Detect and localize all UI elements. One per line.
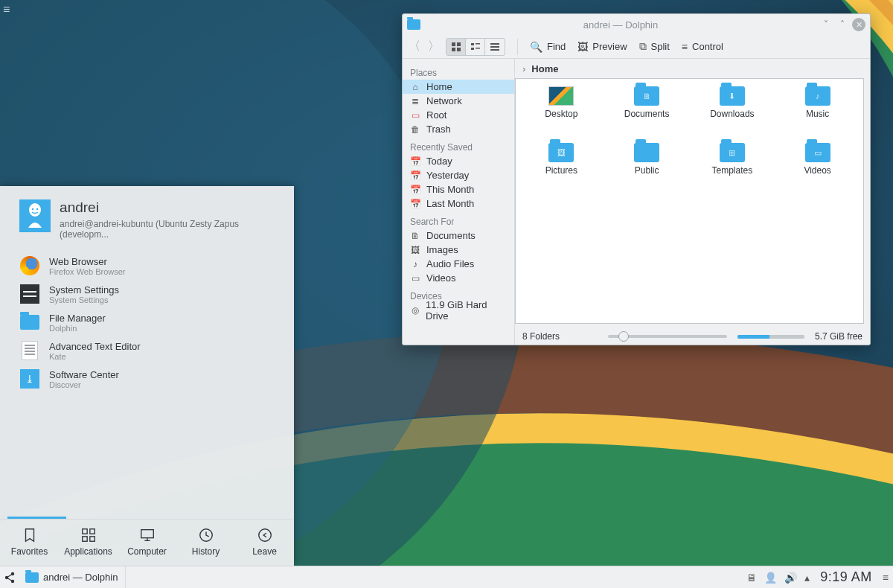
split-button[interactable]: ⧉Split bbox=[633, 38, 676, 56]
taskbar-entry-label: andrei — Dolphin bbox=[43, 572, 118, 583]
search-documents[interactable]: 🗎Documents bbox=[403, 229, 514, 243]
search-icon: ▭ bbox=[410, 273, 420, 284]
svg-rect-7 bbox=[89, 529, 94, 534]
window-titlebar[interactable]: andrei — Dolphin ˅ ˄ ✕ bbox=[403, 14, 870, 35]
recent-icon: 📅 bbox=[410, 185, 420, 195]
preview-button[interactable]: 🖼Preview bbox=[572, 38, 633, 56]
device-11.9-gib-hard-drive[interactable]: ◎11.9 GiB Hard Drive bbox=[403, 303, 514, 317]
folder-icon: ⬇ bbox=[720, 86, 745, 106]
search-label: Videos bbox=[426, 272, 456, 284]
favorite-firefox[interactable]: Web BrowserFirefox Web Browser bbox=[9, 252, 285, 280]
chevron-right-icon: › bbox=[522, 63, 525, 74]
kickoff-launcher-button[interactable] bbox=[0, 566, 21, 589]
recent-yesterday[interactable]: 📅Yesterday bbox=[403, 168, 514, 182]
file-icon-view[interactable]: Desktop🗎Documents⬇Downloads♪Music🖼Pictur… bbox=[515, 78, 864, 324]
find-button[interactable]: 🔍Find bbox=[524, 38, 572, 56]
search-images[interactable]: 🖼Images bbox=[403, 243, 514, 257]
favorite-subtitle: Kate bbox=[49, 352, 141, 361]
folder-pictures[interactable]: 🖼Pictures bbox=[519, 143, 604, 196]
nav-forward-button[interactable]: 〉 bbox=[428, 39, 440, 54]
tray-display-icon[interactable]: 🖥 bbox=[746, 572, 757, 584]
folder-desktop[interactable]: Desktop bbox=[519, 86, 604, 140]
taskbar-entry-dolphin[interactable]: andrei — Dolphin bbox=[21, 566, 126, 589]
svg-point-3 bbox=[29, 203, 41, 217]
hamburger-icon: ≡ bbox=[682, 41, 688, 53]
recent-icon: 📅 bbox=[410, 199, 420, 209]
launcher-tab-history[interactable]: History bbox=[176, 520, 235, 566]
folder-videos[interactable]: ▭Videos bbox=[775, 143, 860, 196]
recent-this-month[interactable]: 📅This Month bbox=[403, 182, 514, 196]
recent-last-month[interactable]: 📅Last Month bbox=[403, 196, 514, 211]
split-icon: ⧉ bbox=[639, 40, 647, 53]
place-label: Home bbox=[426, 81, 452, 92]
device-icon: ◎ bbox=[410, 305, 420, 316]
favorite-kate[interactable]: Advanced Text EditorKate bbox=[9, 336, 285, 365]
view-compact-button[interactable] bbox=[466, 39, 485, 55]
window-close-button[interactable]: ✕ bbox=[852, 18, 865, 31]
svg-rect-20 bbox=[476, 48, 480, 49]
favorite-settings[interactable]: System SettingsSystem Settings bbox=[9, 280, 285, 308]
svg-rect-19 bbox=[471, 48, 474, 50]
taskbar-menu-icon[interactable]: ≡ bbox=[878, 572, 893, 584]
window-minimize-button[interactable]: ˅ bbox=[819, 18, 833, 31]
launcher-tab-computer[interactable]: Computer bbox=[118, 520, 176, 566]
breadcrumb[interactable]: › Home bbox=[515, 59, 870, 78]
svg-point-5 bbox=[36, 208, 39, 211]
svg-rect-15 bbox=[452, 48, 455, 51]
folder-documents[interactable]: 🗎Documents bbox=[604, 86, 690, 140]
tray-volume-icon[interactable]: 🔊 bbox=[784, 572, 797, 584]
launcher-tab-applications[interactable]: Applications bbox=[59, 520, 118, 566]
search-videos[interactable]: ▭Videos bbox=[403, 271, 514, 285]
favorite-title: File Manager bbox=[49, 313, 106, 324]
status-folder-count: 8 Folders bbox=[522, 331, 560, 342]
folder-templates[interactable]: ⊞Templates bbox=[690, 143, 775, 196]
firefox-icon bbox=[19, 255, 40, 276]
device-label: 11.9 GiB Hard Drive bbox=[426, 299, 507, 322]
folder-public[interactable]: Public bbox=[604, 143, 690, 196]
nav-back-button[interactable]: 〈 bbox=[409, 39, 420, 54]
place-home[interactable]: ⌂Home bbox=[403, 80, 514, 94]
launcher-tabs: FavoritesApplicationsComputerHistoryLeav… bbox=[0, 519, 294, 566]
dolphin-statusbar: 8 Folders 5.7 GiB free bbox=[515, 328, 870, 345]
launcher-tab-favorites[interactable]: Favorites bbox=[0, 520, 59, 566]
launcher-tab-leave[interactable]: Leave bbox=[235, 520, 294, 566]
search-audio-files[interactable]: ♪Audio Files bbox=[403, 257, 514, 271]
folder-icon: ⊞ bbox=[720, 143, 745, 162]
folder-downloads[interactable]: ⬇Downloads bbox=[690, 86, 775, 140]
window-title: andrei — Dolphin bbox=[425, 19, 816, 31]
favorite-subtitle: System Settings bbox=[49, 295, 119, 304]
folder-icon bbox=[634, 143, 659, 162]
tray-expand-icon[interactable]: ▴ bbox=[804, 572, 810, 584]
tray-user-icon[interactable]: 👤 bbox=[764, 572, 777, 584]
folder-label: Music bbox=[806, 109, 829, 119]
window-maximize-button[interactable]: ˄ bbox=[836, 18, 849, 31]
view-details-button[interactable] bbox=[485, 39, 505, 55]
favorite-discover[interactable]: ⤓Software CenterDiscover bbox=[9, 365, 285, 393]
folder-music[interactable]: ♪Music bbox=[775, 86, 860, 140]
favorite-title: System Settings bbox=[49, 284, 119, 295]
control-button[interactable]: ≡Control bbox=[676, 38, 729, 56]
taskbar-clock[interactable]: 9:19 AM bbox=[814, 569, 878, 585]
view-icons-button[interactable] bbox=[446, 39, 466, 55]
svg-rect-13 bbox=[452, 42, 455, 46]
search-label: Images bbox=[426, 244, 458, 255]
favorite-folder[interactable]: File ManagerDolphin bbox=[9, 308, 285, 336]
zoom-slider[interactable] bbox=[608, 335, 727, 338]
desktop-thumbnail-icon bbox=[548, 86, 574, 106]
recent-today[interactable]: 📅Today bbox=[403, 154, 514, 168]
desktop-menu-icon[interactable]: ≡ bbox=[3, 3, 10, 16]
svg-point-4 bbox=[32, 208, 34, 211]
launcher-tab-label: Computer bbox=[127, 546, 167, 557]
place-root[interactable]: ▭Root bbox=[403, 108, 514, 122]
svg-rect-18 bbox=[476, 43, 480, 45]
place-trash[interactable]: 🗑Trash bbox=[403, 122, 514, 136]
svg-point-12 bbox=[258, 529, 271, 542]
favorite-subtitle: Discover bbox=[49, 380, 119, 389]
recent-label: Yesterday bbox=[426, 170, 469, 181]
search-icon: 🗎 bbox=[410, 231, 420, 241]
svg-rect-22 bbox=[490, 46, 499, 48]
search-heading: Search For bbox=[403, 211, 514, 229]
svg-rect-23 bbox=[490, 49, 499, 51]
place-icon: ≣ bbox=[410, 96, 420, 106]
place-network[interactable]: ≣Network bbox=[403, 94, 514, 108]
